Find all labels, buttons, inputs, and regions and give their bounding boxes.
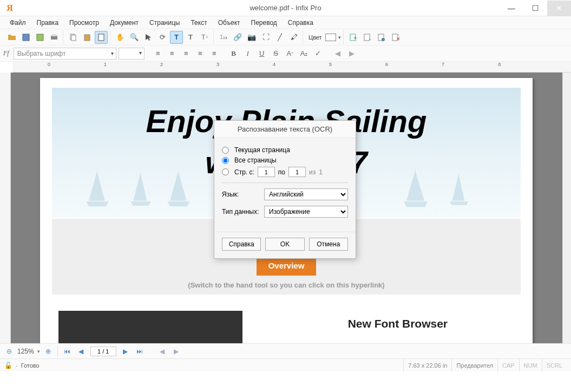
range-to-input[interactable] [288,167,306,177]
dark-placeholder [58,311,242,343]
align-center-icon[interactable]: ≡ [166,48,178,60]
color-dropdown-icon[interactable]: ▾ [337,35,341,40]
save-icon[interactable] [19,31,32,44]
font-size-select[interactable] [119,48,145,60]
svg-rect-0 [23,34,29,41]
zoom-dropdown-icon[interactable]: ▾ [37,349,40,354]
zoom-tool-icon[interactable]: 🔍 [128,31,141,44]
font-toolbar: Ff Выбрать шрифт ≡ ≡ ≡ ≡ ≡ B I U S A^ A₂… [0,45,571,62]
svg-text:✕: ✕ [396,36,400,42]
text-block-icon[interactable]: T [184,31,197,44]
page-section: New Font Browser [52,305,521,343]
text-plus-icon[interactable]: T+ [198,31,211,44]
copy-icon[interactable] [67,31,80,44]
menu-help[interactable]: Справка [283,19,319,27]
page-settings-icon[interactable] [375,31,388,44]
indent-left-icon[interactable]: ◀ [332,48,344,60]
align-left-icon[interactable]: ≡ [152,48,164,60]
radio-current-page[interactable] [222,147,229,154]
status-ready: Готово [18,362,40,369]
nav-fwd-icon[interactable]: ▶ [172,347,181,356]
dialog-help-button[interactable]: Справка [222,238,261,251]
menu-pages[interactable]: Страницы [144,19,185,27]
indent-right-icon[interactable]: ▶ [346,48,358,60]
superscript-button[interactable]: A^ [284,48,296,60]
saveas-icon[interactable] [34,31,47,44]
fit-page-icon[interactable] [95,31,108,44]
menu-bar: Файл Правка Просмотр Документ Страницы Т… [0,16,571,29]
print-icon[interactable] [48,31,61,44]
section-title: New Font Browser [348,317,448,330]
minimize-button[interactable]: — [500,1,523,16]
line-icon[interactable]: ╱ [273,31,286,44]
color-label: Цвет [306,34,324,41]
form-icon[interactable]: 1₂₃ [217,31,230,44]
subscript-button[interactable]: A₂ [298,48,310,60]
menu-translate[interactable]: Перевод [246,19,283,27]
horizontal-ruler: 012345678 [13,62,571,73]
bold-button[interactable]: B [228,48,240,60]
delete-page-icon[interactable]: ✕ [389,31,402,44]
font-family-select[interactable]: Выбрать шрифт [14,48,116,60]
title-bar: Я welcome.pdf - Infix Pro — ☐ ✕ [0,0,571,16]
color-swatch[interactable] [325,34,336,41]
menu-file[interactable]: Файл [4,19,31,27]
svg-rect-3 [52,34,56,36]
menu-object[interactable]: Объект [213,19,246,27]
font-prefix-icon: Ff [3,49,11,57]
maximize-button[interactable]: ☐ [523,1,547,16]
radio-all-pages[interactable] [222,157,229,164]
crop-icon[interactable]: ⛶ [259,31,272,44]
zoom-in-icon[interactable]: ⊕ [43,347,53,356]
svg-rect-5 [71,35,76,41]
close-button[interactable]: ✕ [547,1,571,16]
radio-page-range[interactable] [222,168,229,175]
text-tool-icon[interactable]: T [170,31,183,44]
range-from-input[interactable] [258,167,275,177]
align-full-icon[interactable]: ≡ [208,48,220,60]
label-all-pages: Все страницы [234,156,277,164]
label-language: Язык: [222,191,264,198]
highlight-icon[interactable]: 🖍 [287,31,300,44]
select-language[interactable]: Английский [264,188,348,200]
label-total: 1 [319,168,323,176]
rotate-icon[interactable]: ⟳ [156,31,169,44]
italic-button[interactable]: I [242,48,254,60]
dialog-cancel-button[interactable]: Отмена [309,238,348,251]
paste-icon[interactable] [81,31,94,44]
menu-view[interactable]: Просмотр [64,19,104,27]
label-current-page: Текущая страница [234,146,290,154]
nav-back-icon[interactable]: ◀ [157,347,167,356]
select-datatype[interactable]: Изображение [264,206,348,218]
last-page-icon[interactable]: ⏭ [135,347,145,356]
menu-document[interactable]: Документ [104,19,144,27]
hand-tool-icon[interactable]: ✋ [114,31,127,44]
open-icon[interactable] [5,31,18,44]
dialog-title: Распознавание текста (OCR) [214,121,356,138]
image-icon[interactable]: 📷 [245,31,258,44]
svg-text:+: + [369,37,371,42]
link-icon[interactable]: 🔗 [231,31,244,44]
page-navigation: ⊖ 125% ▾ ⊕ ⏮ ◀ ▶ ⏭ ◀ ▶ [0,343,571,358]
next-page-icon[interactable]: ▶ [121,347,130,356]
dialog-ok-button[interactable]: OK [265,238,304,251]
menu-edit[interactable]: Правка [31,19,64,27]
menu-text[interactable]: Текст [185,19,212,27]
first-page-icon[interactable]: ⏮ [62,347,72,356]
vertical-scrollbar[interactable] [562,73,571,343]
pointer-tool-icon[interactable] [142,31,155,44]
status-preview[interactable]: Предварител [451,359,497,371]
underline-button[interactable]: U [256,48,268,60]
strikethrough-button[interactable]: S [270,48,282,60]
align-right-icon[interactable]: ≡ [180,48,192,60]
add-page-icon[interactable]: + [361,31,374,44]
align-justify-icon[interactable]: ≡ [194,48,206,60]
prev-page-icon[interactable]: ◀ [76,347,86,356]
svg-rect-1 [37,34,43,41]
export-icon[interactable] [347,31,360,44]
page-number-input[interactable] [90,347,116,356]
zoom-out-icon[interactable]: ⊖ [4,347,14,356]
svg-rect-7 [99,34,104,41]
more-format-icon[interactable]: ✓ [312,48,324,60]
status-scrl: SCRL [542,359,567,371]
